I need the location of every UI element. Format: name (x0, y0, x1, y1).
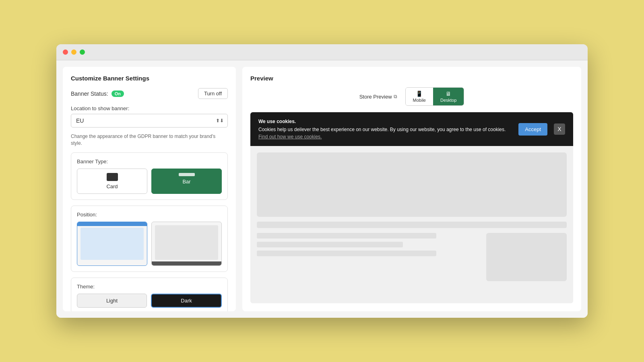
content-line-3 (257, 251, 436, 256)
minimize-window-button[interactable] (71, 49, 76, 55)
external-link-icon: ⧉ (394, 94, 397, 99)
turn-off-button[interactable]: Turn off (198, 88, 228, 99)
theme-light-button[interactable]: Light (77, 294, 147, 308)
cookie-title: We use cookies. (258, 118, 512, 125)
content-block-right (486, 233, 567, 281)
banner-type-section: Banner Type: Card Bar (71, 152, 228, 200)
content-line-2 (257, 242, 403, 247)
right-panel: Preview Store Preview ⧉ 📱 Mobile 🖥 Deskt… (242, 67, 581, 311)
theme-options: Light Dark (77, 294, 222, 308)
banner-type-card-label: Card (106, 183, 118, 189)
theme-label: Theme: (77, 284, 222, 290)
close-cookie-button[interactable]: X (554, 123, 565, 135)
preview-controls: Store Preview ⧉ 📱 Mobile 🖥 Desktop (250, 87, 573, 106)
content-block-hero (257, 152, 567, 217)
store-preview-link[interactable]: Store Preview ⧉ (359, 94, 397, 100)
cookie-link[interactable]: Find out how we use cookies. (258, 134, 322, 140)
banner-type-card-button[interactable]: Card (77, 169, 147, 194)
appearance-desc: Change the appearance of the GDPR banner… (71, 133, 228, 147)
preview-title: Preview (250, 75, 573, 82)
store-preview-label: Store Preview (359, 94, 392, 100)
banner-type-label: Banner Type: (77, 158, 222, 165)
position-content-bottom (155, 225, 218, 260)
location-label: Location to show banner: (71, 105, 228, 111)
bar-icon (179, 173, 195, 176)
banner-type-bar-label: Bar (182, 179, 190, 185)
cookie-body: Cookies help us deilever the best experi… (258, 127, 506, 132)
main-window: Customize Banner Settings Banner Status:… (56, 44, 588, 318)
cookie-banner: We use cookies. Cookies help us deilever… (250, 112, 573, 146)
page-content (250, 146, 573, 288)
desktop-icon: 🖥 (446, 90, 451, 97)
desktop-label: Desktop (440, 98, 456, 103)
theme-dark-button[interactable]: Dark (151, 294, 222, 308)
panel-title: Customize Banner Settings (71, 75, 228, 82)
content-row (257, 233, 567, 281)
banner-type-options: Card Bar (77, 169, 222, 194)
accept-button[interactable]: Accept (518, 123, 547, 136)
mobile-label: Mobile (413, 98, 426, 103)
banner-status-label: Banner Status: On (71, 90, 124, 97)
content-line-1 (257, 233, 436, 239)
mobile-icon: 📱 (416, 90, 423, 97)
title-bar (56, 44, 588, 60)
position-options (77, 222, 222, 266)
desktop-device-button[interactable]: 🖥 Desktop (433, 88, 464, 105)
status-badge: On (111, 90, 124, 97)
position-content-top (80, 228, 144, 260)
mobile-device-button[interactable]: 📱 Mobile (406, 88, 433, 105)
close-window-button[interactable] (63, 49, 68, 55)
position-top-option[interactable] (77, 222, 147, 266)
device-toggles: 📱 Mobile 🖥 Desktop (405, 87, 464, 106)
card-icon (107, 173, 118, 181)
cookie-text: We use cookies. Cookies help us deilever… (258, 118, 512, 140)
banner-type-bar-button[interactable]: Bar (151, 169, 222, 194)
location-select-wrapper: EU Global US Custom ⬆⬇ (71, 114, 228, 128)
theme-section: Theme: Light Dark (71, 278, 228, 311)
position-top-bar (77, 222, 147, 226)
content-area: Customize Banner Settings Banner Status:… (56, 60, 588, 318)
position-label: Position: (77, 212, 222, 218)
location-select[interactable]: EU Global US Custom (71, 114, 228, 128)
position-bottom-option[interactable] (151, 222, 222, 266)
position-bottom-bar (152, 261, 221, 265)
banner-status-text: Banner Status: (71, 90, 108, 97)
banner-status-row: Banner Status: On Turn off (71, 88, 228, 99)
content-block-line-1 (257, 222, 567, 228)
position-section: Position: (71, 206, 228, 272)
preview-frame: We use cookies. Cookies help us deilever… (250, 112, 573, 303)
maximize-window-button[interactable] (80, 49, 85, 55)
left-panel: Customize Banner Settings Banner Status:… (63, 67, 236, 311)
content-block-left (257, 233, 481, 281)
